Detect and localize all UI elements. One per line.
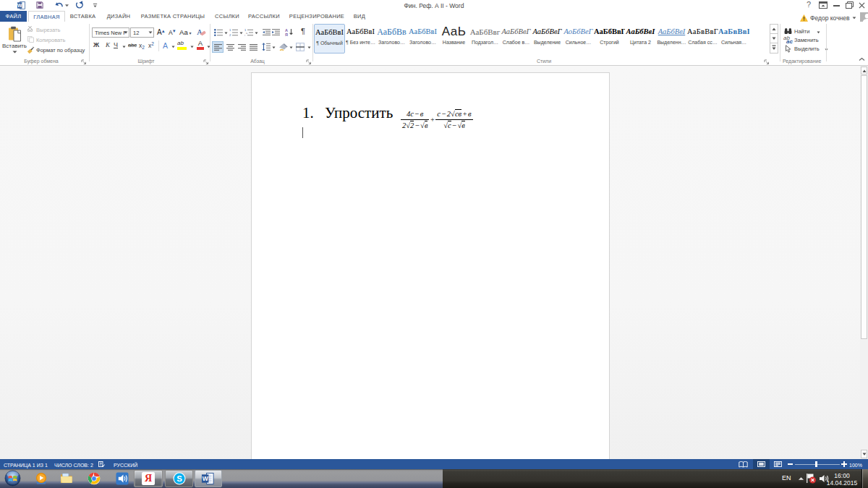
svg-text:2: 2 — [229, 33, 231, 36]
svg-text:i: i — [244, 33, 245, 36]
svg-text:W: W — [203, 475, 209, 482]
svg-text:W: W — [17, 3, 22, 8]
svg-text:1: 1 — [229, 29, 231, 32]
svg-text:S: S — [176, 474, 182, 483]
svg-text:a: a — [246, 31, 248, 35]
svg-text:Я: Я — [285, 33, 288, 36]
